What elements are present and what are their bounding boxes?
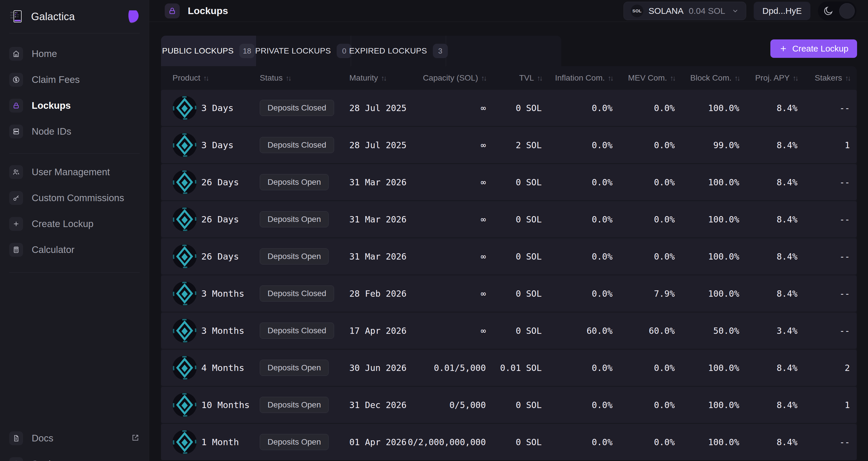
content: PUBLIC LOCKUPS 18 PRIVATE LOCKUPS 0 EXPI… [149, 22, 868, 461]
cell-proj-apy: 8.4% [739, 289, 798, 299]
cell-product: 10 Months [173, 393, 260, 417]
table-row[interactable]: 26 Days Deposits Open 31 Mar 2026 ∞ 0 SO… [161, 201, 857, 237]
tab-private-lockups[interactable]: PRIVATE LOCKUPS 0 [256, 36, 351, 66]
cell-inflation-com: 0.0% [542, 140, 613, 150]
table-row[interactable]: 3 Days Deposits Closed 28 Jul 2025 ∞ 0 S… [161, 90, 857, 126]
brand[interactable]: Galactica [9, 0, 140, 33]
cell-stakers: 1 [798, 140, 850, 150]
moon-icon [823, 6, 833, 16]
sort-icon: ↑↓ [481, 74, 486, 82]
table-row[interactable]: 3 Days Deposits Closed 28 Jul 2025 ∞ 2 S… [161, 127, 857, 163]
cell-inflation-com: 0.0% [542, 363, 613, 373]
cell-inflation-com: 0.0% [542, 400, 613, 410]
tab-label: PUBLIC LOCKUPS [162, 46, 234, 56]
column-header-maturity[interactable]: Maturity↑↓ [349, 73, 414, 83]
toggle-knob [839, 3, 855, 19]
cell-stakers: -- [798, 252, 850, 262]
cell-block-com: 100.0% [675, 215, 739, 225]
product-label: 1 Month [201, 437, 239, 447]
cell-product: 26 Days [173, 170, 260, 194]
brand-mark-icon [128, 10, 140, 23]
nav-bottom: Docs Settings [9, 425, 140, 461]
header-controls: SOL SOLANA 0.04 SOL Dpd...HyE [623, 1, 857, 21]
wallet-button[interactable]: Dpd...HyE [754, 2, 810, 20]
table-row[interactable]: 26 Days Deposits Open 31 Mar 2026 ∞ 0 SO… [161, 238, 857, 274]
table-row[interactable]: 26 Days Deposits Open 31 Mar 2026 ∞ 0 SO… [161, 164, 857, 200]
table-row[interactable]: 10 Months Deposits Open 31 Dec 2026 0/5,… [161, 387, 857, 423]
sidebar-item-docs[interactable]: Docs [9, 425, 140, 451]
sidebar-item-home[interactable]: Home [9, 41, 140, 67]
cell-tvl: 0 SOL [486, 326, 542, 336]
table-row[interactable]: 3 Months Deposits Closed 28 Feb 2026 ∞ 0… [161, 275, 857, 311]
cell-inflation-com: 0.0% [542, 289, 613, 299]
product-token-icon [173, 282, 197, 306]
cell-mev-com: 0.0% [613, 400, 675, 410]
cell-block-com: 50.0% [675, 326, 739, 336]
cell-capacity: ∞ [414, 140, 486, 150]
sidebar-item-settings[interactable]: Settings [9, 451, 140, 461]
table-row[interactable]: 4 Months Deposits Open 30 Jun 2026 0.01/… [161, 350, 857, 386]
cell-product: 3 Months [173, 282, 260, 306]
top-header: Lockups SOL SOLANA 0.04 SOL Dpd...HyE [149, 0, 868, 22]
table-row[interactable]: 3 Months Deposits Closed 17 Apr 2026 ∞ 0… [161, 312, 857, 349]
sidebar-item-custom-commissions[interactable]: Custom Commissions [9, 185, 140, 211]
product-label: 3 Days [201, 103, 234, 113]
create-lockup-button[interactable]: Create Lockup [770, 39, 857, 58]
key-icon [9, 191, 23, 205]
column-header-stakers[interactable]: Stakers↑↓ [798, 73, 850, 83]
sol-token-icon: SOL [631, 5, 643, 17]
cell-maturity: 01 Apr 2026 [349, 437, 414, 447]
column-header-proj-apy[interactable]: Proj. APY↑↓ [739, 73, 798, 83]
sidebar-item-lockups[interactable]: Lockups [9, 93, 140, 119]
sidebar-item-node-ids[interactable]: Node IDs [9, 119, 140, 144]
tab-label: PRIVATE LOCKUPS [255, 46, 331, 56]
sort-icon: ↑↓ [734, 74, 739, 82]
cell-proj-apy: 8.4% [739, 252, 798, 262]
sidebar-item-create-lockup[interactable]: Create Lockup [9, 211, 140, 237]
table-row[interactable]: 1 Month Deposits Open 01 Apr 2026 0/2,00… [161, 424, 857, 460]
cell-maturity: 28 Jul 2025 [349, 103, 414, 113]
plus-icon [779, 44, 788, 53]
galactica-logo [9, 9, 25, 25]
sidebar-item-label: Claim Fees [32, 74, 80, 85]
column-header-inflation-com[interactable]: Inflation Com.↑↓ [542, 73, 613, 83]
product-label: 26 Days [201, 251, 239, 262]
sidebar-item-user-management[interactable]: User Management [9, 159, 140, 185]
cell-status: Deposits Open [260, 434, 349, 450]
cell-maturity: 31 Dec 2026 [349, 400, 414, 410]
cell-block-com: 99.0% [675, 140, 739, 150]
document-icon [9, 431, 23, 445]
tab-expired-lockups[interactable]: EXPIRED LOCKUPS 3 [351, 36, 446, 66]
cell-proj-apy: 8.4% [739, 400, 798, 410]
column-header-product[interactable]: Product↑↓ [173, 73, 260, 83]
network-selector[interactable]: SOL SOLANA 0.04 SOL [623, 2, 746, 20]
cell-tvl: 0.01 SOL [486, 363, 542, 373]
column-header-status[interactable]: Status↑↓ [260, 73, 349, 83]
cell-maturity: 30 Jun 2026 [349, 363, 414, 373]
cell-product: 3 Months [173, 319, 260, 343]
cell-status: Deposits Open [260, 174, 349, 190]
product-token-icon [173, 319, 197, 343]
product-token-icon [173, 356, 197, 380]
sort-icon: ↑↓ [670, 74, 675, 82]
column-header-capacity[interactable]: Capacity (SOL)↑↓ [414, 73, 486, 83]
status-badge: Deposits Closed [260, 137, 334, 153]
cell-mev-com: 0.0% [613, 437, 675, 447]
cell-status: Deposits Closed [260, 323, 349, 339]
sort-icon: ↑↓ [203, 74, 208, 82]
app-root: Galactica Home Claim Fees [0, 0, 868, 461]
tab-public-lockups[interactable]: PUBLIC LOCKUPS 18 [161, 36, 256, 66]
column-header-block-com[interactable]: Block Com.↑↓ [675, 73, 739, 83]
sidebar-item-claim-fees[interactable]: Claim Fees [9, 67, 140, 93]
theme-toggle[interactable] [818, 1, 857, 21]
sort-icon: ↑↓ [608, 74, 613, 82]
cell-status: Deposits Open [260, 211, 349, 227]
cell-tvl: 2 SOL [486, 140, 542, 150]
cell-tvl: 0 SOL [486, 215, 542, 225]
column-header-mev-com[interactable]: MEV Com.↑↓ [613, 73, 675, 83]
sidebar-item-calculator[interactable]: Calculator [9, 237, 140, 263]
cell-inflation-com: 0.0% [542, 215, 613, 225]
cell-proj-apy: 8.4% [739, 140, 798, 150]
product-label: 3 Days [201, 140, 234, 150]
column-header-tvl[interactable]: TVL↑↓ [486, 73, 542, 83]
